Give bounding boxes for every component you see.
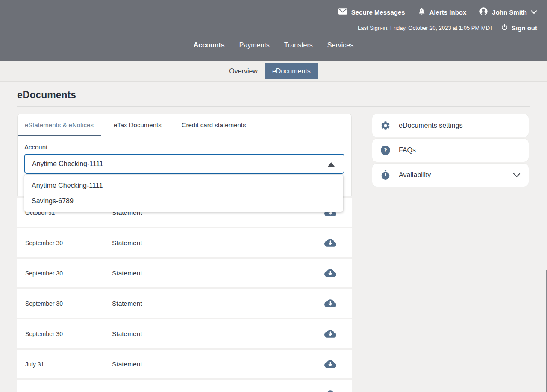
user-icon [479,7,488,17]
statement-date: September 30 [25,240,112,246]
download-button[interactable] [324,360,336,369]
stopwatch-icon [380,170,391,180]
statement-type: Statement [112,239,324,247]
nav-item-transfers[interactable]: Transfers [284,41,313,53]
nav-label-accounts: Accounts [194,41,225,49]
documents-column: eStatements & eNotices eTax Documents Cr… [17,114,352,392]
cloud-download-icon [324,269,336,278]
nav-item-accounts[interactable]: Accounts [194,41,225,53]
statement-type: Statement [112,330,324,338]
tab-label: eTax Documents [114,121,162,129]
download-button[interactable] [324,329,336,338]
download-button[interactable] [324,299,336,308]
nav-label-transfers: Transfers [284,41,313,49]
download-button[interactable] [324,390,336,392]
svg-text:?: ? [384,147,387,154]
sign-out-button[interactable]: Sign out [501,23,537,32]
utility-row: Secure Messages Alerts Inbox [325,7,537,17]
cloud-download-icon [324,329,336,338]
account-option-savings[interactable]: Savings-6789 [24,193,343,209]
page-head: eDocuments [17,89,530,107]
nav-underline-spacer [284,53,313,53]
nav-label-services: Services [327,41,353,49]
statement-row: September 30 Statement [17,289,352,318]
sidebar: eDocuments settings ? FAQs Availability [372,114,529,188]
gear-icon [380,120,391,131]
account-select-value: Anytime Checking-1111 [32,160,103,168]
bell-icon [418,7,426,17]
statement-row: September 30 Statement [17,259,352,287]
user-name: John Smith [492,9,527,16]
cloud-download-icon [324,238,336,247]
statement-date: September 30 [25,331,112,337]
statement-row: September 30 Statement [17,319,352,348]
edocuments-settings-card[interactable]: eDocuments settings [372,114,529,137]
title-divider [17,106,530,107]
availability-label: Availability [399,171,431,179]
statement-date: September 30 [25,270,112,277]
power-icon [501,23,508,32]
nav-item-payments[interactable]: Payments [239,41,270,53]
statement-row: September 30 Statement [17,228,352,257]
download-button[interactable] [324,238,336,247]
account-select-label: Account [24,143,344,151]
download-button[interactable] [324,269,336,278]
tab-estatements-enotices[interactable]: eStatements & eNotices [18,114,101,136]
alerts-inbox-label: Alerts Inbox [429,9,467,16]
top-header: Secure Messages Alerts Inbox [0,0,547,61]
active-nav-underline [194,53,225,53]
chevron-down-icon[interactable] [513,173,521,178]
user-menu[interactable]: John Smith [479,7,537,17]
tab-credit-card-statements[interactable]: Credit card statements [174,114,253,136]
alerts-inbox-link[interactable]: Alerts Inbox [418,7,467,17]
tab-label: Credit card statements [182,121,246,129]
edocuments-settings-label: eDocuments settings [399,122,462,129]
faqs-label: FAQs [399,146,416,154]
caret-up-icon [328,162,335,167]
secure-messages-label: Secure Messages [351,9,405,16]
statement-row: July 31 Statement [17,350,352,378]
last-sign-in-text: Last Sign-in: Friday, October 20, 2023 a… [358,25,493,31]
statement-type: Statement [112,269,324,277]
nav-underline-spacer [327,53,353,53]
availability-card[interactable]: Availability [372,163,529,187]
account-option-checking[interactable]: Anytime Checking-1111 [24,178,343,193]
tab-etax-documents[interactable]: eTax Documents [106,114,169,136]
statement-row-partial [17,380,352,392]
faqs-card[interactable]: ? FAQs [372,138,529,162]
signin-row: Last Sign-in: Friday, October 20, 2023 a… [358,23,537,32]
cloud-download-icon [324,360,336,369]
documents-card: eStatements & eNotices eTax Documents Cr… [17,114,352,196]
account-section: Account Anytime Checking-1111 Anytime Ch… [18,136,351,196]
tab-label: eStatements & eNotices [25,121,94,129]
subnav-item-edocuments[interactable]: eDocuments [265,63,318,79]
chevron-down-icon [531,9,537,16]
cloud-download-icon [324,299,336,308]
secure-messages-link[interactable]: Secure Messages [338,8,405,16]
account-select[interactable]: Anytime Checking-1111 Anytime Checking-1… [24,154,344,174]
page-title: eDocuments [17,89,530,101]
statement-type: Statement [112,360,324,368]
account-dropdown-menu: Anytime Checking-1111 Savings-6789 [24,175,343,212]
envelope-icon [338,8,347,16]
nav-underline-spacer [239,53,270,53]
main-nav: Accounts Payments Transfers Services [0,41,547,53]
question-icon: ? [380,145,391,155]
secondary-nav: Overview eDocuments [0,61,547,82]
statement-date: September 30 [25,300,112,307]
nav-label-payments: Payments [239,41,270,49]
sign-out-label: Sign out [512,24,537,32]
cloud-download-icon [324,390,336,392]
subnav-item-overview[interactable]: Overview [229,64,258,79]
statement-type: Statement [112,300,324,307]
content-area: eStatements & eNotices eTax Documents Cr… [17,114,530,392]
nav-item-services[interactable]: Services [327,41,353,53]
vertical-scrollbar-thumb[interactable] [546,270,547,392]
statement-date: July 31 [25,361,112,368]
documents-tabbar: eStatements & eNotices eTax Documents Cr… [18,114,351,136]
